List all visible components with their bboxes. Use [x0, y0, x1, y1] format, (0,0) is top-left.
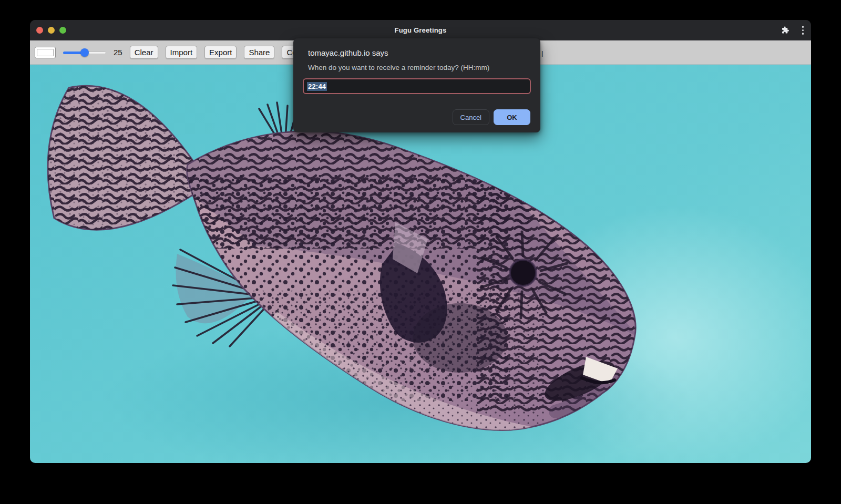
brush-size-value: 25	[114, 48, 122, 57]
dialog-message: When do you want to receive a reminder t…	[308, 64, 526, 71]
js-prompt-dialog: tomayac.github.io says When do you want …	[293, 38, 540, 132]
minimize-window-button[interactable]	[48, 27, 55, 34]
clear-button[interactable]: Clear	[130, 46, 158, 59]
traffic-lights	[36, 27, 66, 34]
titlebar[interactable]: Fugu Greetings	[30, 20, 811, 40]
obscured-button-text-fragment: l	[541, 49, 543, 59]
import-button[interactable]: Import	[166, 46, 198, 59]
dialog-origin-title: tomayac.github.io says	[308, 48, 526, 57]
brush-size-slider[interactable]	[63, 48, 106, 57]
app-window: Fugu Greetings 25 Clear Import Export Sh…	[30, 20, 811, 463]
reminder-time-input[interactable]: 22:44	[303, 78, 531, 94]
window-title: Fugu Greetings	[30, 26, 811, 34]
color-picker-current-color	[37, 49, 54, 56]
ok-button[interactable]: OK	[494, 109, 530, 125]
color-picker-swatch[interactable]	[35, 47, 56, 58]
selected-input-text: 22:44	[307, 82, 327, 91]
more-menu-icon[interactable]	[802, 26, 804, 35]
cancel-button[interactable]: Cancel	[453, 109, 489, 125]
export-button[interactable]: Export	[204, 46, 237, 59]
zoom-window-button[interactable]	[59, 27, 66, 34]
share-button[interactable]: Share	[244, 46, 274, 59]
close-window-button[interactable]	[36, 27, 43, 34]
extensions-puzzle-icon[interactable]	[781, 26, 789, 35]
slider-thumb[interactable]	[80, 48, 89, 57]
